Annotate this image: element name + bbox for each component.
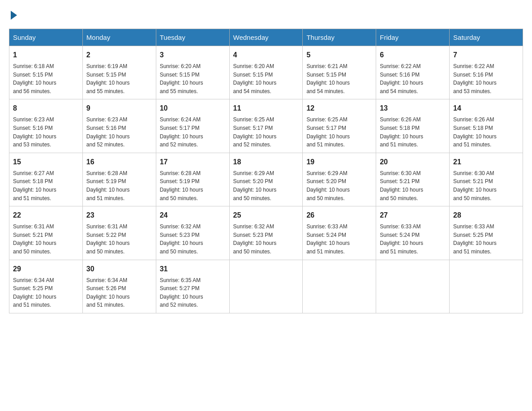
day-info: Sunrise: 6:20 AMSunset: 5:15 PMDaylight:… [233,62,299,95]
day-info: Sunrise: 6:35 AMSunset: 5:27 PMDaylight:… [160,276,226,309]
calendar-cell: 3Sunrise: 6:20 AMSunset: 5:15 PMDaylight… [156,46,229,99]
day-info: Sunrise: 6:28 AMSunset: 5:19 PMDaylight:… [86,169,152,202]
day-number: 14 [453,103,519,114]
calendar-cell: 27Sunrise: 6:33 AMSunset: 5:24 PMDayligh… [376,206,450,260]
day-info: Sunrise: 6:34 AMSunset: 5:25 PMDaylight:… [13,276,79,309]
calendar-cell: 11Sunrise: 6:25 AMSunset: 5:17 PMDayligh… [229,99,303,153]
day-number: 13 [380,103,446,114]
day-info: Sunrise: 6:34 AMSunset: 5:26 PMDaylight:… [86,276,152,309]
calendar-cell: 19Sunrise: 6:29 AMSunset: 5:20 PMDayligh… [303,153,376,206]
day-number: 10 [160,103,226,114]
calendar-cell: 25Sunrise: 6:32 AMSunset: 5:23 PMDayligh… [229,206,303,260]
calendar-cell: 7Sunrise: 6:22 AMSunset: 5:16 PMDaylight… [450,46,523,99]
calendar-cell: 12Sunrise: 6:25 AMSunset: 5:17 PMDayligh… [303,99,376,153]
day-number: 11 [233,103,299,114]
day-number: 6 [380,50,446,60]
day-number: 1 [13,50,79,60]
calendar-cell: 1Sunrise: 6:18 AMSunset: 5:15 PMDaylight… [9,46,83,99]
calendar-cell: 10Sunrise: 6:24 AMSunset: 5:17 PMDayligh… [156,99,229,153]
calendar-cell [229,260,303,313]
calendar-cell: 2Sunrise: 6:19 AMSunset: 5:15 PMDaylight… [82,46,156,99]
calendar-week-row: 15Sunrise: 6:27 AMSunset: 5:18 PMDayligh… [9,153,523,206]
day-number: 20 [380,157,446,167]
calendar-cell: 8Sunrise: 6:23 AMSunset: 5:16 PMDaylight… [9,99,83,153]
day-info: Sunrise: 6:22 AMSunset: 5:16 PMDaylight:… [380,62,446,95]
day-info: Sunrise: 6:27 AMSunset: 5:18 PMDaylight:… [13,169,79,202]
logo-arrow-icon [11,11,17,20]
day-number: 21 [453,157,519,167]
day-info: Sunrise: 6:33 AMSunset: 5:24 PMDaylight:… [306,223,372,256]
calendar-cell: 29Sunrise: 6:34 AMSunset: 5:25 PMDayligh… [9,260,83,313]
day-info: Sunrise: 6:25 AMSunset: 5:17 PMDaylight:… [233,116,299,149]
day-number: 19 [306,157,372,167]
day-number: 25 [233,210,299,221]
calendar-header-friday: Friday [376,29,450,46]
day-info: Sunrise: 6:26 AMSunset: 5:18 PMDaylight:… [453,116,519,149]
day-info: Sunrise: 6:23 AMSunset: 5:16 PMDaylight:… [13,116,79,149]
calendar-week-row: 8Sunrise: 6:23 AMSunset: 5:16 PMDaylight… [9,99,523,153]
day-number: 3 [160,50,226,60]
day-number: 29 [13,264,79,274]
day-info: Sunrise: 6:33 AMSunset: 5:24 PMDaylight:… [380,223,446,256]
calendar-cell: 24Sunrise: 6:32 AMSunset: 5:23 PMDayligh… [156,206,229,260]
calendar-cell: 5Sunrise: 6:21 AMSunset: 5:15 PMDaylight… [303,46,376,99]
day-info: Sunrise: 6:29 AMSunset: 5:20 PMDaylight:… [233,169,299,202]
day-number: 5 [306,50,372,60]
day-number: 9 [86,103,152,114]
day-number: 2 [86,50,152,60]
day-info: Sunrise: 6:24 AMSunset: 5:17 PMDaylight:… [160,116,226,149]
day-info: Sunrise: 6:21 AMSunset: 5:15 PMDaylight:… [306,62,372,95]
day-number: 23 [86,210,152,221]
calendar-cell: 20Sunrise: 6:30 AMSunset: 5:21 PMDayligh… [376,153,450,206]
day-number: 12 [306,103,372,114]
calendar-header-row: SundayMondayTuesdayWednesdayThursdayFrid… [9,29,523,46]
day-info: Sunrise: 6:19 AMSunset: 5:15 PMDaylight:… [86,62,152,95]
day-info: Sunrise: 6:23 AMSunset: 5:16 PMDaylight:… [86,116,152,149]
calendar-table: SundayMondayTuesdayWednesdayThursdayFrid… [9,29,523,313]
calendar-cell: 13Sunrise: 6:26 AMSunset: 5:18 PMDayligh… [376,99,450,153]
day-info: Sunrise: 6:18 AMSunset: 5:15 PMDaylight:… [13,62,79,95]
day-number: 7 [453,50,519,60]
calendar-header-tuesday: Tuesday [156,29,229,46]
calendar-cell: 30Sunrise: 6:34 AMSunset: 5:26 PMDayligh… [82,260,156,313]
day-number: 27 [380,210,446,221]
page-header [9,9,523,20]
calendar-cell: 21Sunrise: 6:30 AMSunset: 5:21 PMDayligh… [450,153,523,206]
day-info: Sunrise: 6:30 AMSunset: 5:21 PMDaylight:… [453,169,519,202]
calendar-cell: 22Sunrise: 6:31 AMSunset: 5:21 PMDayligh… [9,206,83,260]
calendar-cell: 18Sunrise: 6:29 AMSunset: 5:20 PMDayligh… [229,153,303,206]
day-number: 30 [86,264,152,274]
calendar-cell [303,260,376,313]
calendar-cell: 16Sunrise: 6:28 AMSunset: 5:19 PMDayligh… [82,153,156,206]
calendar-week-row: 29Sunrise: 6:34 AMSunset: 5:25 PMDayligh… [9,260,523,313]
day-info: Sunrise: 6:28 AMSunset: 5:19 PMDaylight:… [160,169,226,202]
day-number: 4 [233,50,299,60]
calendar-cell: 26Sunrise: 6:33 AMSunset: 5:24 PMDayligh… [303,206,376,260]
day-number: 15 [13,157,79,167]
day-info: Sunrise: 6:20 AMSunset: 5:15 PMDaylight:… [160,62,226,95]
calendar-cell: 15Sunrise: 6:27 AMSunset: 5:18 PMDayligh… [9,153,83,206]
calendar-header-monday: Monday [82,29,156,46]
day-number: 24 [160,210,226,221]
calendar-cell: 4Sunrise: 6:20 AMSunset: 5:15 PMDaylight… [229,46,303,99]
day-info: Sunrise: 6:31 AMSunset: 5:22 PMDaylight:… [86,223,152,256]
day-number: 31 [160,264,226,274]
day-number: 18 [233,157,299,167]
calendar-cell: 28Sunrise: 6:33 AMSunset: 5:25 PMDayligh… [450,206,523,260]
calendar-header-thursday: Thursday [303,29,376,46]
calendar-cell: 23Sunrise: 6:31 AMSunset: 5:22 PMDayligh… [82,206,156,260]
day-number: 16 [86,157,152,167]
calendar-header-wednesday: Wednesday [229,29,303,46]
calendar-header-sunday: Sunday [9,29,83,46]
day-info: Sunrise: 6:25 AMSunset: 5:17 PMDaylight:… [306,116,372,149]
day-info: Sunrise: 6:32 AMSunset: 5:23 PMDaylight:… [233,223,299,256]
calendar-cell: 6Sunrise: 6:22 AMSunset: 5:16 PMDaylight… [376,46,450,99]
day-info: Sunrise: 6:22 AMSunset: 5:16 PMDaylight:… [453,62,519,95]
day-info: Sunrise: 6:33 AMSunset: 5:25 PMDaylight:… [453,223,519,256]
day-number: 22 [13,210,79,221]
day-info: Sunrise: 6:29 AMSunset: 5:20 PMDaylight:… [306,169,372,202]
calendar-week-row: 1Sunrise: 6:18 AMSunset: 5:15 PMDaylight… [9,46,523,99]
day-number: 26 [306,210,372,221]
day-number: 17 [160,157,226,167]
day-info: Sunrise: 6:26 AMSunset: 5:18 PMDaylight:… [380,116,446,149]
